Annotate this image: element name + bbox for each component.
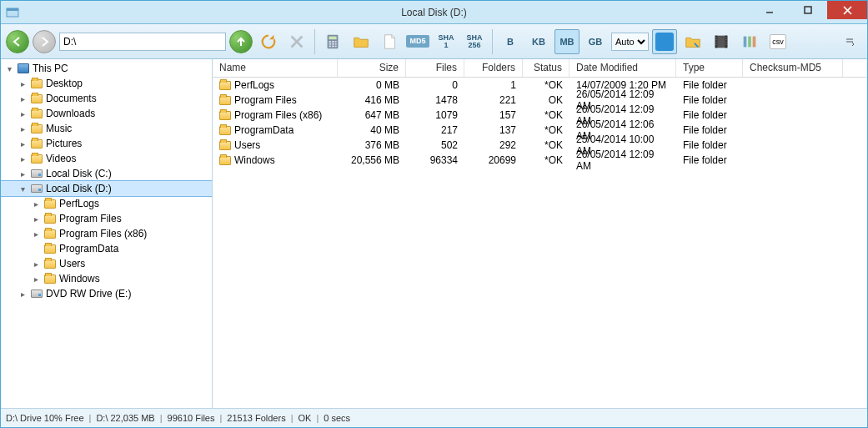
close-button[interactable] [827,1,867,19]
col-status[interactable]: Status [523,59,569,77]
col-folders[interactable]: Folders [464,59,523,77]
folder-icon [44,214,56,224]
cell-folders: 20699 [464,154,523,166]
folder-icon [44,274,56,284]
expand-toggle[interactable]: ▸ [18,109,28,118]
cell-size: 416 MB [338,94,406,106]
expand-toggle[interactable]: ▸ [18,94,28,103]
auto-select[interactable]: Auto [611,33,649,51]
cell-name: Program Files [234,94,297,106]
cell-files: 1478 [406,94,464,106]
folder-tree[interactable]: ▾This PC▸Desktop▸Documents▸Downloads▸Mus… [1,59,213,408]
tree-item[interactable]: ▸Music [1,121,212,136]
view-film-button[interactable] [709,29,734,54]
unit-kb-button[interactable]: KB [526,29,551,54]
back-button[interactable] [6,30,29,53]
folder-icon [31,94,43,103]
expand-toggle[interactable]: ▸ [18,169,28,179]
list-row[interactable]: Windows20,556 MB9633420699*OK26/05/2014 … [213,153,867,168]
expand-toggle[interactable]: ▸ [31,214,41,224]
export-csv-button[interactable]: csv [765,29,790,54]
cell-size: 376 MB [338,139,406,151]
tree-item[interactable]: ▸Videos [1,151,212,166]
expand-toggle[interactable]: ▾ [4,64,14,73]
tree-item[interactable]: ▸Downloads [1,106,212,121]
cell-size: 40 MB [338,124,406,136]
cell-status: *OK [523,154,569,166]
refresh-button[interactable] [256,29,281,54]
list-row[interactable]: Users376 MB502292*OK25/04/2014 10:00 AMF… [213,138,867,153]
folder-icon [44,199,56,209]
tree-item[interactable]: ▾This PC [1,61,212,76]
delete-button[interactable] [284,29,309,54]
search-button[interactable] [652,29,677,54]
expand-toggle[interactable]: ▸ [18,124,28,133]
view-folder-button[interactable] [680,29,705,54]
maximize-button[interactable] [789,1,827,19]
tree-item[interactable]: ▸PerfLogs [1,196,212,211]
tree-item[interactable]: ▸Program Files (x86) [1,226,212,241]
list-header[interactable]: Name Size Files Folders Status Date Modi… [213,59,867,78]
expand-toggle[interactable]: ▸ [31,274,41,284]
tree-item-label: Program Files (x86) [59,228,147,239]
unit-mb-button[interactable]: MB [554,29,580,54]
col-checksum[interactable]: Checksum-MD5 [743,59,843,77]
tree-item[interactable]: ▾Local Disk (D:) [1,181,212,196]
expand-toggle[interactable]: ▸ [18,154,28,164]
svg-rect-34 [748,36,751,47]
expand-toggle[interactable]: ▸ [31,259,41,269]
svg-rect-29 [726,37,727,38]
svg-rect-30 [726,39,727,40]
folder-icon[interactable] [349,29,374,54]
tree-item-label: Documents [46,93,97,104]
file-list[interactable]: Name Size Files Folders Status Date Modi… [213,59,867,408]
col-type[interactable]: Type [676,59,743,77]
expand-toggle[interactable]: ▾ [18,184,28,194]
expand-toggle[interactable]: ▸ [18,139,28,149]
cell-folders: 1 [464,79,523,91]
col-files[interactable]: Files [406,59,464,77]
status-folders: 21513 Folders [227,413,285,423]
cell-type: File folder [676,139,743,151]
list-row[interactable]: Program Files (x86)647 MB1079157*OK26/05… [213,108,867,123]
col-size[interactable]: Size [338,59,406,77]
expand-toggle[interactable]: ▸ [31,229,41,239]
list-row[interactable]: Program Files416 MB1478221OK26/05/2014 1… [213,93,867,108]
col-date[interactable]: Date Modified [569,59,676,77]
hash-sha256-button[interactable]: SHA256 [462,29,487,54]
go-up-button[interactable] [229,30,253,53]
svg-rect-26 [716,39,717,40]
folder-icon [219,141,231,150]
unit-b-button[interactable]: B [498,29,523,54]
tree-item[interactable]: ▸Users [1,256,212,271]
svg-rect-32 [726,43,727,44]
list-row[interactable]: ProgramData40 MB217137*OK26/05/2014 12:0… [213,123,867,138]
overflow-button[interactable] [837,29,862,54]
cell-status: *OK [523,124,569,136]
tree-item-label: Desktop [46,78,83,89]
tree-item[interactable]: ▸DVD RW Drive (E:) [1,286,212,301]
forward-button[interactable] [33,30,56,53]
calculator-icon[interactable] [320,29,345,54]
tree-item[interactable]: ▸Windows [1,271,212,286]
hash-sha1-button[interactable]: SHA1 [434,29,459,54]
tree-item[interactable]: ▸Pictures [1,136,212,151]
expand-toggle[interactable]: ▸ [18,290,28,299]
folder-icon [219,96,231,105]
expand-toggle[interactable]: ▸ [18,79,28,88]
list-row[interactable]: PerfLogs0 MB01*OK14/07/2009 1:20 PMFile … [213,78,867,93]
view-columns-button[interactable] [737,29,762,54]
tree-item[interactable]: ▸Local Disk (C:) [1,166,212,181]
tree-item[interactable]: ▸Documents [1,91,212,106]
tree-item[interactable]: ▸Desktop [1,76,212,91]
tree-item[interactable]: ProgramData [1,241,212,256]
tree-item[interactable]: ▸Program Files [1,211,212,226]
hash-md5-button[interactable]: MD5 [405,29,430,54]
unit-gb-button[interactable]: GB [583,29,608,54]
expand-toggle[interactable]: ▸ [31,199,41,209]
col-name[interactable]: Name [213,59,338,77]
path-input[interactable] [59,33,226,51]
minimize-button[interactable] [750,1,789,19]
cell-date: 26/05/2014 12:09 AM [569,149,676,172]
file-icon[interactable] [377,29,402,54]
